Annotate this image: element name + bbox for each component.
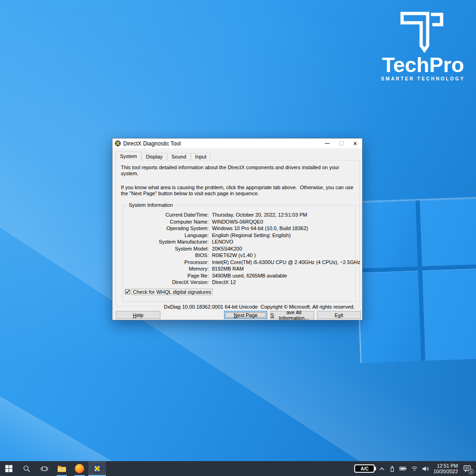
file-explorer-icon — [57, 465, 66, 472]
system-information-groupbox: System Information Current Date/Time:Thu… — [123, 205, 356, 302]
tab-display[interactable]: Display — [142, 153, 167, 160]
start-button[interactable] — [0, 461, 18, 476]
directx-taskbar-icon — [93, 464, 102, 473]
info-value: LENOVO — [212, 238, 233, 245]
windows-logo-pane — [358, 271, 421, 363]
power-status-widget[interactable]: A/C — [354, 464, 375, 473]
whql-checkbox[interactable] — [125, 289, 130, 294]
windows-logo-pane — [356, 200, 418, 268]
windows-logo-pane — [420, 195, 476, 266]
info-label: BIOS: — [123, 252, 209, 259]
clock-date: 10/20/2022 — [433, 469, 458, 474]
exit-button[interactable]: Exit — [317, 311, 361, 319]
info-value: Windows 10 Pro 64-bit (10.0, Build 18362… — [212, 225, 308, 232]
info-row: System Model:20K5S4K200 — [123, 245, 355, 252]
info-row: Current Date/Time:Thursday, October 20, … — [123, 212, 355, 218]
info-value: Intel(R) Core(TM) i5-6300U CPU @ 2.40GHz… — [212, 259, 360, 266]
maximize-button — [334, 139, 348, 148]
info-label: Current Date/Time: — [123, 212, 209, 218]
info-row: DirectX Version:DirectX 12 — [123, 279, 355, 286]
info-label: Language: — [123, 232, 209, 239]
info-row: BIOS:R0IET62W (v1.40 ) — [123, 252, 355, 259]
info-label: Computer Name: — [123, 218, 209, 225]
taskbar-clock[interactable]: 12:51 PM 10/20/2022 — [433, 463, 458, 474]
action-center-button[interactable]: 8 — [462, 463, 472, 474]
info-row: Operating System:Windows 10 Pro 64-bit (… — [123, 225, 355, 232]
info-label: Page file: — [123, 272, 209, 279]
search-button[interactable] — [18, 461, 35, 476]
file-explorer-button[interactable] — [53, 461, 71, 476]
brand-tagline: SMARTER TECHNOLOGY — [376, 76, 470, 81]
system-information-list: Current Date/Time:Thursday, October 20, … — [123, 212, 355, 286]
tab-strip: System Display Sound Input — [116, 152, 211, 160]
usb-icon[interactable] — [389, 465, 395, 472]
info-label: Processor: — [123, 259, 209, 266]
taskbar: A/C 12:51 PM 10/20/2022 — [0, 461, 476, 476]
title-bar[interactable]: DirectX Diagnostic Tool ✕ — [112, 139, 362, 148]
minimize-button[interactable] — [320, 139, 334, 148]
task-view-button[interactable] — [35, 461, 53, 476]
info-value: WINDOWS-06RQQE0 — [212, 218, 263, 225]
info-label: Memory: — [123, 265, 209, 272]
tab-system[interactable]: System — [116, 152, 141, 160]
info-value: 20K5S4K200 — [212, 245, 242, 252]
info-row: Computer Name:WINDOWS-06RQQE0 — [123, 218, 355, 225]
windows-start-icon — [5, 465, 13, 472]
dxdiag-version-text: DxDiag 10.00.18362.0001 64-bit Unicode C… — [116, 304, 355, 310]
info-label: System Model: — [123, 245, 209, 252]
volume-icon[interactable] — [422, 466, 429, 472]
whql-checkbox-label[interactable]: Check for WHQL digital signatures — [132, 289, 212, 295]
tab-sound[interactable]: Sound — [167, 153, 191, 160]
next-page-button[interactable]: Next Page — [224, 311, 267, 319]
windows-logo-wallpaper — [356, 195, 476, 363]
close-button[interactable]: ✕ — [348, 139, 362, 148]
help-button[interactable]: Help — [116, 311, 160, 319]
info-value: DirectX 12 — [212, 279, 236, 286]
firefox-icon — [75, 464, 84, 473]
whql-checkbox-row: Check for WHQL digital signatures — [125, 289, 355, 295]
check-icon — [126, 290, 130, 294]
search-icon — [23, 465, 31, 473]
dxdiag-taskbar-button[interactable] — [88, 461, 106, 476]
task-view-icon — [40, 465, 48, 472]
info-value: Thursday, October 20, 2022, 12:51:03 PM — [212, 212, 307, 218]
system-tab-page: This tool reports detailed information a… — [116, 160, 360, 307]
brand-name: TechPro — [376, 53, 470, 77]
info-value: R0IET62W (v1.40 ) — [212, 252, 256, 259]
info-row: Memory:8192MB RAM — [123, 265, 355, 272]
info-label: Operating System: — [123, 225, 209, 232]
window-title: DirectX Diagnostic Tool — [123, 140, 181, 147]
groupbox-title: System Information — [127, 202, 175, 208]
info-label: System Manufacturer: — [123, 238, 209, 245]
dxdiag-window: DirectX Diagnostic Tool ✕ System Display… — [112, 138, 363, 320]
techpro-logo-icon — [399, 10, 445, 54]
wifi-icon[interactable] — [411, 466, 418, 471]
directx-app-icon — [115, 140, 121, 146]
clock-time: 12:51 PM — [433, 463, 458, 469]
info-value: 8192MB RAM — [212, 265, 244, 272]
firefox-button[interactable] — [71, 461, 88, 476]
info-row: System Manufacturer:LENOVO — [123, 238, 355, 245]
info-label: DirectX Version: — [123, 279, 209, 286]
info-row: Page file:3490MB used, 6265MB available — [123, 272, 355, 279]
info-value: English (Regional Setting: English) — [212, 232, 291, 239]
system-tray: A/C 12:51 PM 10/20/2022 — [354, 461, 476, 476]
info-row: Language:English (Regional Setting: Engl… — [123, 232, 355, 239]
tray-chevron-up-icon[interactable] — [379, 466, 385, 471]
save-all-information-button[interactable]: Save All Information... — [270, 311, 314, 319]
intro-text-1: This tool reports detailed information a… — [121, 165, 355, 177]
windows-logo-pane — [422, 265, 476, 360]
intro-text-2: If you know what area is causing the pro… — [121, 185, 355, 197]
notification-count-badge: 8 — [469, 469, 474, 474]
info-row: Processor:Intel(R) Core(TM) i5-6300U CPU… — [123, 259, 355, 266]
tab-input[interactable]: Input — [191, 153, 211, 160]
battery-icon[interactable] — [399, 466, 407, 471]
info-value: 3490MB used, 6265MB available — [212, 272, 287, 279]
